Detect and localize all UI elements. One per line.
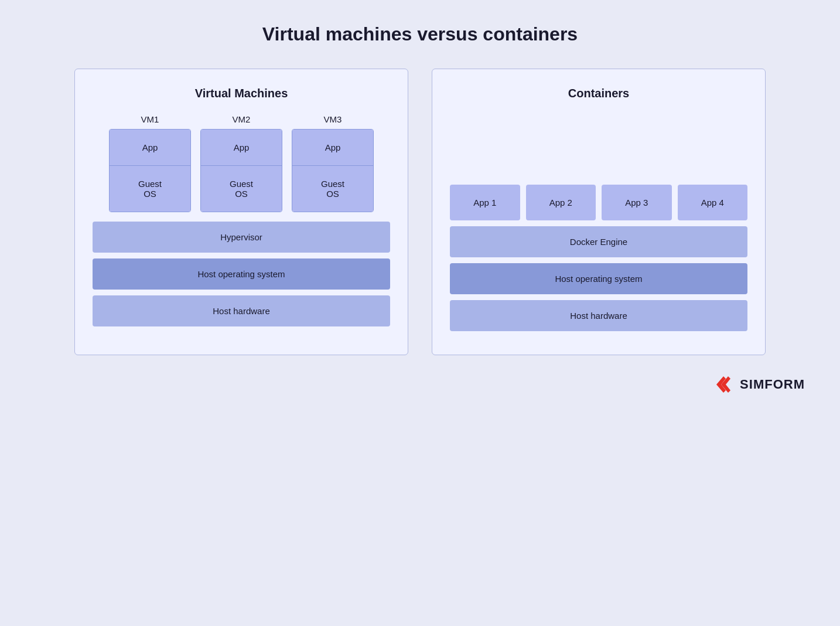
vm3-app: App: [292, 130, 373, 166]
vm1-label: VM1: [141, 114, 159, 124]
vm2-app: App: [201, 130, 282, 166]
container-app1: App 1: [450, 185, 520, 220]
vm-column-1: VM1 App GuestOS: [109, 114, 191, 212]
container-top-spacer: [450, 114, 747, 185]
vm2-guestos: GuestOS: [201, 166, 282, 212]
vm-column-2: VM2 App GuestOS: [200, 114, 282, 212]
vm-host-hardware-layer: Host hardware: [93, 295, 390, 326]
vm-host-os-layer: Host operating system: [93, 258, 390, 290]
container-diagram-box: Containers App 1 App 2 App 3 App 4 Docke…: [432, 69, 766, 355]
diagrams-row: Virtual Machines VM1 App GuestOS VM2 App…: [35, 69, 805, 355]
vm3-guestos: GuestOS: [292, 166, 373, 212]
container-apps-row: App 1 App 2 App 3 App 4: [450, 185, 747, 220]
page-title: Virtual machines versus containers: [262, 23, 578, 45]
vm-diagram-box: Virtual Machines VM1 App GuestOS VM2 App…: [74, 69, 408, 355]
vm2-label: VM2: [233, 114, 251, 124]
container-app3: App 3: [602, 185, 672, 220]
vm-hypervisor-layer: Hypervisor: [93, 222, 390, 253]
vm3-label: VM3: [324, 114, 342, 124]
simform-logo-text: SIMFORM: [740, 377, 805, 392]
container-app2: App 2: [526, 185, 596, 220]
vm3-stack: App GuestOS: [292, 129, 374, 212]
logo-area: SIMFORM: [713, 374, 805, 395]
vm1-app: App: [110, 130, 190, 166]
container-host-hardware-layer: Host hardware: [450, 300, 747, 331]
container-diagram-title: Containers: [568, 87, 629, 100]
vm-diagram-title: Virtual Machines: [195, 87, 288, 100]
vm1-guestos: GuestOS: [110, 166, 190, 212]
container-host-os-layer: Host operating system: [450, 263, 747, 294]
vm-column-3: VM3 App GuestOS: [292, 114, 374, 212]
container-app4: App 4: [678, 185, 748, 220]
vm-columns: VM1 App GuestOS VM2 App GuestOS VM3 App: [93, 114, 390, 212]
vm1-stack: App GuestOS: [109, 129, 191, 212]
container-docker-layer: Docker Engine: [450, 226, 747, 257]
simform-logo-icon: [713, 374, 734, 395]
vm2-stack: App GuestOS: [200, 129, 282, 212]
